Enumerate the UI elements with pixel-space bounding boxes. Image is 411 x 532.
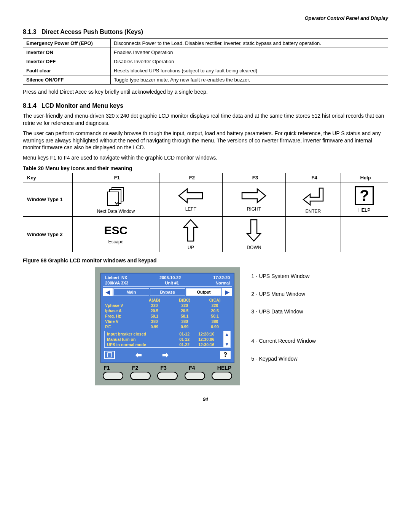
table-row: Fault clear Resets blocked UPS functions… xyxy=(23,66,388,75)
figure-callouts: 1 - UPS System Window 2 - UPS Menu Windo… xyxy=(251,267,316,371)
cell-f3-down: DOWN xyxy=(222,217,285,252)
status: Normal xyxy=(215,281,230,285)
heading-813: 8.1.3 Direct Access Push Buttons (Keys) xyxy=(23,29,388,35)
data-val: 50.1 xyxy=(139,314,169,318)
event-date: 01-22 xyxy=(179,342,198,347)
table-row-wtype2: Window Type 2 ESC Escape UP DOWN xyxy=(23,217,388,252)
label-f3: F3 xyxy=(161,365,167,371)
heading-title: Direct Access Push Buttons (Keys) xyxy=(41,29,143,35)
cell-val: Disconnects Power to the Load. Disables … xyxy=(111,39,388,48)
tab-output[interactable]: Output xyxy=(186,288,221,296)
cell-key: Emergency Power Off (EPO) xyxy=(23,39,111,48)
para-lcd-2: The user can perform commands or easily … xyxy=(23,130,388,152)
arrow-down-icon xyxy=(245,218,262,243)
physical-keys xyxy=(100,371,234,380)
callout-4: 4 - Current Record Window xyxy=(251,336,316,346)
cell-val: Enables Inverter Operation xyxy=(111,48,388,57)
data-label: P.F. xyxy=(105,324,139,329)
label-help: HELP xyxy=(217,365,231,371)
data-val: 380 xyxy=(170,319,200,324)
model: NX xyxy=(121,275,127,280)
table20: Key F1 F2 F3 F4 Help Window Type 1 Next … xyxy=(23,173,388,252)
key-f4[interactable] xyxy=(185,372,205,380)
brand: Liebert xyxy=(105,275,119,280)
key-f1[interactable] xyxy=(103,372,123,380)
data-label: Freq. Hz xyxy=(105,314,139,318)
data-val: 20.5 xyxy=(139,308,169,313)
unit: Unit #1 xyxy=(165,281,179,285)
th-f4: F4 xyxy=(285,173,341,182)
help-icon[interactable]: ? xyxy=(220,351,231,359)
scroll-down-icon[interactable]: ▼ xyxy=(225,342,229,347)
arrow-right-icon xyxy=(241,187,267,204)
data-val: 220 xyxy=(200,303,230,308)
cell-f1: Next Data Window xyxy=(73,182,159,217)
data-val: 20.5 xyxy=(170,308,200,313)
th-f3: F3 xyxy=(222,173,285,182)
callout-1: 1 - UPS System Window xyxy=(251,271,309,281)
callout-2: 2 - UPS Menu Window xyxy=(251,289,305,299)
lcd-device: Liebert NX 2005-10-22 17:32:20 200kVA 3X… xyxy=(95,267,240,385)
para-lcd-1: The user-friendly and menu-driven 320 x … xyxy=(23,112,388,127)
icon-label: Next Data Window xyxy=(97,209,135,214)
ups-menu-window: ◀ Main Bypass Output ▶ xyxy=(103,288,232,297)
f2-left-icon[interactable]: ⬅ xyxy=(135,350,142,359)
icon-label: UP xyxy=(188,245,194,250)
data-label: Vphase V xyxy=(105,303,139,308)
current-record-window: Input breaker closed01-1212:28:16 Manual… xyxy=(104,331,231,348)
scroll-up-icon[interactable]: ▲ xyxy=(225,332,229,337)
svg-marker-6 xyxy=(184,220,198,241)
f1-nextwindow-icon[interactable]: ❐ xyxy=(104,351,115,359)
data-val: 380 xyxy=(200,319,230,324)
svg-marker-3 xyxy=(179,189,202,203)
page-number: 94 xyxy=(23,397,388,402)
table-direct-access: Emergency Power Off (EPO) Disconnects Po… xyxy=(23,38,388,85)
data-val: 0.99 xyxy=(200,324,230,329)
cell-help-empty xyxy=(341,217,388,252)
esc-icon: ESC xyxy=(104,224,128,237)
cell-f1-esc: ESC Escape xyxy=(73,217,159,252)
cell-key: Fault clear xyxy=(23,66,111,75)
help-icon: ? xyxy=(355,186,374,205)
data-val: 0.99 xyxy=(170,324,200,329)
col-c: C(CA) xyxy=(200,298,230,302)
table20-caption: Table 20 Menu key Icons and their meanin… xyxy=(23,165,388,171)
tab-prev-button[interactable]: ◀ xyxy=(103,288,113,296)
table-row: Emergency Power Off (EPO) Disconnects Po… xyxy=(23,39,388,48)
table-header-row: Key F1 F2 F3 F4 Help xyxy=(23,173,388,182)
event-time: 12:30:16 xyxy=(198,342,221,347)
col-a: A(AB) xyxy=(139,298,169,302)
table-row: Inverter OFF Disables Inverter Operation xyxy=(23,57,388,66)
data-val: 220 xyxy=(139,303,169,308)
cell-key: Silence ON/OFF xyxy=(23,75,111,85)
page-section-header: Operator Control Panel and Display xyxy=(23,15,388,21)
tab-next-button[interactable]: ▶ xyxy=(222,288,232,296)
cell-key: Inverter OFF xyxy=(23,57,111,66)
event-time: 12:28:16 xyxy=(198,332,221,336)
ups-system-window: Liebert NX 2005-10-22 17:32:20 200kVA 3X… xyxy=(103,275,232,286)
lcd-screen: Liebert NX 2005-10-22 17:32:20 200kVA 3X… xyxy=(100,273,234,363)
cell-val: Toggle type buzzer mute. Any new fault r… xyxy=(111,75,388,85)
arrow-up-icon xyxy=(182,218,199,243)
heading-title: LCD Monitor and Menu keys xyxy=(41,102,123,109)
event-text: UPS in normal mode xyxy=(107,342,179,347)
svg-marker-7 xyxy=(247,220,261,241)
heading-num: 8.1.4 xyxy=(23,102,37,109)
event-date: 01-12 xyxy=(179,337,198,342)
data-val: 0.99 xyxy=(139,324,169,329)
icon-label: LEFT xyxy=(185,206,196,212)
key-help[interactable] xyxy=(212,372,232,380)
fkey-labels: F1 F2 F3 F4 HELP xyxy=(100,363,234,371)
th-help: Help xyxy=(341,173,388,182)
svg-marker-5 xyxy=(303,188,323,205)
f3-right-icon[interactable]: ➡ xyxy=(162,350,169,359)
event-scrollbar[interactable]: ▲▼ xyxy=(223,331,230,347)
tab-main[interactable]: Main xyxy=(113,288,149,296)
heading-num: 8.1.3 xyxy=(23,29,37,35)
key-f3[interactable] xyxy=(157,372,178,380)
tab-bypass[interactable]: Bypass xyxy=(150,288,185,296)
data-label: Vline V xyxy=(105,319,139,324)
key-f2[interactable] xyxy=(130,372,151,380)
heading-814: 8.1.4 LCD Monitor and Menu keys xyxy=(23,102,388,109)
keypad-window: ❐ ⬅ ➡ ? xyxy=(103,349,232,361)
